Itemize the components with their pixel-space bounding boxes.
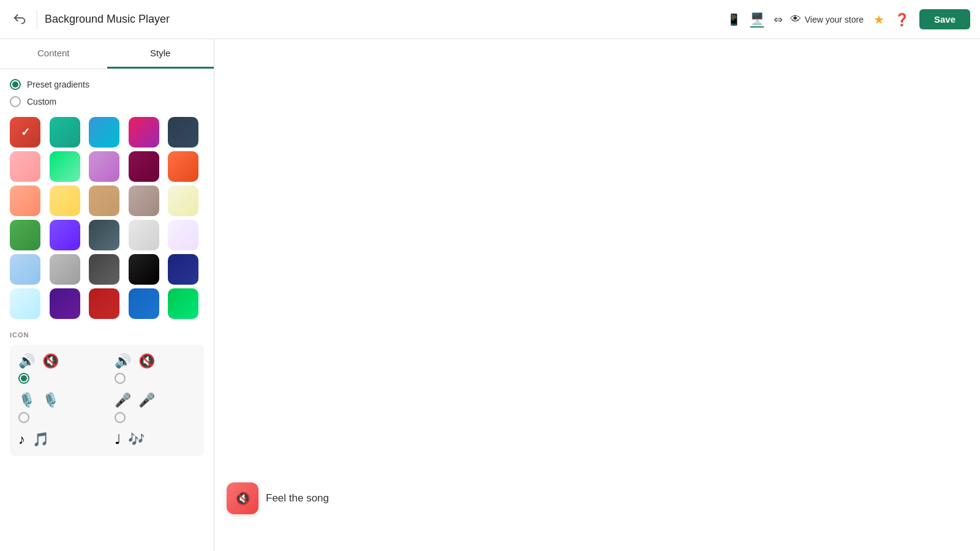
gradient-mode-group: Preset gradients Custom <box>10 79 204 107</box>
color-swatch-13[interactable] <box>89 186 119 216</box>
color-swatch-4[interactable] <box>129 117 159 148</box>
icon-symbols-2: 🔊 🔇 <box>115 353 196 369</box>
volume-off-icon-2: 🔇 <box>138 353 155 369</box>
topbar: Background Music Player 📱 🖥️ ⇔ 👁 View yo… <box>0 0 980 39</box>
app-title: Background Music Player <box>45 13 720 26</box>
tab-content[interactable]: Content <box>0 39 107 69</box>
color-swatch-25[interactable] <box>168 254 198 285</box>
tab-style[interactable]: Style <box>107 39 214 69</box>
music-note-cut-icon-1: 🎵 <box>32 432 49 448</box>
color-swatch-8[interactable] <box>89 151 119 182</box>
color-swatch-28[interactable] <box>89 288 119 319</box>
icon-symbols-1: 🔊 🔇 <box>18 353 100 369</box>
back-button[interactable] <box>10 10 29 29</box>
topbar-divider <box>37 10 37 29</box>
topbar-device-icons: 📱 🖥️ ⇔ <box>727 12 783 28</box>
preset-gradients-option[interactable]: Preset gradients <box>10 79 204 90</box>
custom-label: Custom <box>27 97 56 107</box>
desktop-icon[interactable]: 🖥️ <box>750 12 764 28</box>
color-swatch-27[interactable] <box>50 288 80 319</box>
color-swatch-3[interactable] <box>89 117 119 148</box>
sidebar-tabs: Content Style <box>0 39 214 69</box>
expand-icon[interactable]: ⇔ <box>774 13 783 26</box>
preset-radio[interactable] <box>10 79 21 90</box>
color-swatch-14[interactable] <box>129 186 159 216</box>
icon-section: 🔊 🔇 🔊 🔇 <box>10 345 204 456</box>
mobile-icon[interactable]: 📱 <box>727 13 741 26</box>
star-icon[interactable]: ★ <box>873 12 884 27</box>
color-swatch-18[interactable] <box>89 220 119 250</box>
music-btn-icon: 🔇 <box>235 491 251 506</box>
music-label: Feel the song <box>266 492 329 504</box>
color-swatch-21[interactable] <box>10 254 40 285</box>
sidebar: Content Style Preset gradients Custom <box>0 39 214 551</box>
color-swatch-29[interactable] <box>129 288 159 319</box>
help-icon[interactable]: ❓ <box>894 12 910 27</box>
view-store-link[interactable]: 👁 View your store <box>790 13 864 26</box>
icon-block-5: ♪ 🎵 <box>18 432 100 448</box>
icon-radio-3[interactable] <box>18 412 29 423</box>
color-swatch-6[interactable] <box>10 151 40 182</box>
color-swatch-20[interactable] <box>168 220 198 250</box>
canvas: 🔇 Feel the song <box>214 39 980 551</box>
music-note-icon-2: ♩ <box>115 432 121 448</box>
sidebar-content: Preset gradients Custom ICON 🔊 <box>0 69 214 551</box>
icon-radio-2[interactable] <box>115 373 126 384</box>
color-swatch-30[interactable] <box>168 288 198 319</box>
color-swatch-10[interactable] <box>168 151 198 182</box>
eye-icon: 👁 <box>790 13 801 26</box>
custom-option[interactable]: Custom <box>10 96 204 107</box>
color-swatch-7[interactable] <box>50 151 80 182</box>
icon-section-label: ICON <box>10 331 204 339</box>
mic-on-icon-1: 🎙️ <box>18 392 35 408</box>
music-play-button[interactable]: 🔇 <box>227 482 258 514</box>
color-swatch-5[interactable] <box>168 117 198 148</box>
color-swatch-17[interactable] <box>50 220 80 250</box>
music-note-cut-icon-2: 🎶 <box>128 432 145 448</box>
icon-symbols-4: 🎤 🎤 <box>115 392 196 408</box>
icon-symbols-6: ♩ 🎶 <box>115 432 196 448</box>
color-swatch-16[interactable] <box>10 220 40 250</box>
color-swatch-15[interactable] <box>168 186 198 216</box>
icon-radio-4[interactable] <box>115 412 126 423</box>
color-swatch-22[interactable] <box>50 254 80 285</box>
color-swatch-24[interactable] <box>129 254 159 285</box>
volume-on-icon-1: 🔊 <box>18 353 35 369</box>
color-swatch-19[interactable] <box>129 220 159 250</box>
color-grid <box>10 117 204 319</box>
icon-block-3: 🎙️ 🎙️ <box>18 392 100 423</box>
mic-on-icon-2: 🎤 <box>115 392 131 408</box>
main-layout: Content Style Preset gradients Custom <box>0 39 980 551</box>
view-store-label: View your store <box>805 15 864 24</box>
mic-off-icon-1: 🎙️ <box>42 392 59 408</box>
preset-label: Preset gradients <box>27 80 89 89</box>
icon-block-6: ♩ 🎶 <box>115 432 196 448</box>
mic-off-icon-2: 🎤 <box>138 392 155 408</box>
music-note-icon-1: ♪ <box>18 432 25 448</box>
icon-block-4: 🎤 🎤 <box>115 392 196 423</box>
color-swatch-26[interactable] <box>10 288 40 319</box>
icon-symbols-3: 🎙️ 🎙️ <box>18 392 100 408</box>
icon-radio-1[interactable] <box>18 373 29 384</box>
volume-on-icon-2: 🔊 <box>115 353 131 369</box>
color-swatch-9[interactable] <box>129 151 159 182</box>
topbar-right: 👁 View your store ★ ❓ Save <box>790 9 970 29</box>
color-swatch-12[interactable] <box>50 186 80 216</box>
color-swatch-1[interactable] <box>10 117 40 148</box>
color-swatch-23[interactable] <box>89 254 119 285</box>
icon-symbols-5: ♪ 🎵 <box>18 432 100 448</box>
music-widget: 🔇 Feel the song <box>227 482 329 514</box>
volume-off-icon-1: 🔇 <box>42 353 59 369</box>
icon-block-2: 🔊 🔇 <box>115 353 196 384</box>
icon-block-1: 🔊 🔇 <box>18 353 100 384</box>
custom-radio[interactable] <box>10 96 21 107</box>
save-button[interactable]: Save <box>919 9 970 29</box>
color-swatch-2[interactable] <box>50 117 80 148</box>
color-swatch-11[interactable] <box>10 186 40 216</box>
